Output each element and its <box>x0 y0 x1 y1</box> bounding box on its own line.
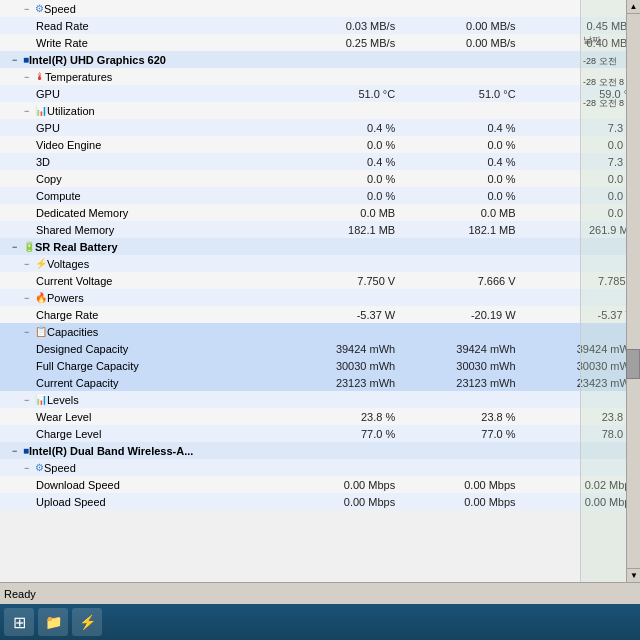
current-value <box>279 51 399 68</box>
min-value: 0.4 % <box>399 153 519 170</box>
table-row[interactable]: Download Speed0.00 Mbps0.00 Mbps0.02 Mbp… <box>0 476 640 493</box>
node-label: Download Speed <box>36 479 120 491</box>
node-label: Speed <box>44 3 76 15</box>
levels-icon: 📊 <box>35 393 47 405</box>
min-value <box>399 68 519 85</box>
expand-icon[interactable]: − <box>24 327 34 337</box>
node-label: Speed <box>44 462 76 474</box>
table-row[interactable]: Full Charge Capacity30030 mWh30030 mWh30… <box>0 357 640 374</box>
table-row[interactable]: Read Rate0.03 MB/s0.00 MB/s0.45 MB/s <box>0 17 640 34</box>
current-value: 182.1 MB <box>279 221 399 238</box>
table-row[interactable]: Current Capacity23123 mWh23123 mWh23423 … <box>0 374 640 391</box>
table-row[interactable]: 3D0.4 %0.4 %7.3 % <box>0 153 640 170</box>
table-row[interactable]: Dedicated Memory0.0 MB0.0 MB0.0 % <box>0 204 640 221</box>
table-row[interactable]: −📊Utilization <box>0 102 640 119</box>
row-label: GPU <box>0 119 279 136</box>
table-row[interactable]: Charge Level77.0 %77.0 %78.0 % <box>0 425 640 442</box>
node-label: Shared Memory <box>36 224 114 236</box>
node-label: Intel(R) Dual Band Wireless-A... <box>29 445 193 457</box>
node-label: Intel(R) UHD Graphics 620 <box>29 54 166 66</box>
table-row[interactable]: Shared Memory182.1 MB182.1 MB261.9 MB <box>0 221 640 238</box>
node-label: Copy <box>36 173 62 185</box>
expand-icon[interactable]: − <box>24 395 34 405</box>
node-label: Levels <box>47 394 79 406</box>
table-row[interactable]: Write Rate0.25 MB/s0.00 MB/s0.40 MB/s <box>0 34 640 51</box>
expand-icon[interactable]: − <box>12 55 22 65</box>
table-row[interactable]: −⚡Voltages <box>0 255 640 272</box>
current-value <box>279 102 399 119</box>
expand-icon[interactable]: − <box>24 72 34 82</box>
table-row[interactable]: Wear Level23.8 %23.8 %23.8 % <box>0 408 640 425</box>
table-row[interactable]: −⚙Speed <box>0 459 640 476</box>
row-label: Current Voltage <box>0 272 279 289</box>
row-label: 3D <box>0 153 279 170</box>
node-label: Compute <box>36 190 81 202</box>
volt-icon: ⚡ <box>35 257 47 269</box>
table-row[interactable]: GPU0.4 %0.4 %7.3 % <box>0 119 640 136</box>
min-value: 39424 mWh <box>399 340 519 357</box>
sensor-table: −⚙SpeedRead Rate0.03 MB/s0.00 MB/s0.45 M… <box>0 0 640 510</box>
node-label: 3D <box>36 156 50 168</box>
node-label: Write Rate <box>36 37 88 49</box>
node-label: Dedicated Memory <box>36 207 128 219</box>
table-row[interactable]: −📊Levels <box>0 391 640 408</box>
min-value: 0.4 % <box>399 119 519 136</box>
current-value <box>279 68 399 85</box>
taskbar-explorer[interactable]: 📁 <box>38 608 68 636</box>
min-value <box>399 51 519 68</box>
table-row[interactable]: −■Intel(R) Dual Band Wireless-A... <box>0 442 640 459</box>
min-value: 0.00 MB/s <box>399 17 519 34</box>
current-value: 30030 mWh <box>279 357 399 374</box>
table-row[interactable]: Designed Capacity39424 mWh39424 mWh39424… <box>0 340 640 357</box>
current-value: -5.37 W <box>279 306 399 323</box>
min-value: 23123 mWh <box>399 374 519 391</box>
table-row[interactable]: GPU51.0 °C51.0 °C59.0 °C <box>0 85 640 102</box>
table-row[interactable]: −📋Capacities <box>0 323 640 340</box>
taskbar: ⊞ 📁 ⚡ <box>0 604 640 640</box>
table-row[interactable]: Charge Rate-5.37 W-20.19 W-5.37 W <box>0 306 640 323</box>
power-icon: 🔥 <box>35 291 47 303</box>
expand-icon[interactable]: − <box>24 259 34 269</box>
taskbar-hwinfo[interactable]: ⚡ <box>72 608 102 636</box>
table-row[interactable]: −■Intel(R) UHD Graphics 620 <box>0 51 640 68</box>
temp-icon: 🌡 <box>35 70 45 82</box>
table-row[interactable]: Upload Speed0.00 Mbps0.00 Mbps0.00 Mbps <box>0 493 640 510</box>
table-row[interactable]: Copy0.0 %0.0 %0.0 % <box>0 170 640 187</box>
table-row[interactable]: −🔋SR Real Battery <box>0 238 640 255</box>
table-row[interactable]: −🔥Powers <box>0 289 640 306</box>
start-button[interactable]: ⊞ <box>4 608 34 636</box>
scrollbar-thumb[interactable] <box>626 349 640 379</box>
min-value: 77.0 % <box>399 425 519 442</box>
vertical-scrollbar[interactable]: ▲ ▼ <box>626 0 640 582</box>
min-value: 0.00 MB/s <box>399 34 519 51</box>
current-value <box>279 442 399 459</box>
min-value: 0.0 % <box>399 170 519 187</box>
current-value <box>279 255 399 272</box>
current-value: 0.0 % <box>279 187 399 204</box>
expand-icon[interactable]: − <box>24 293 34 303</box>
expand-icon[interactable]: − <box>12 242 22 252</box>
min-value <box>399 459 519 476</box>
row-label: Video Engine <box>0 136 279 153</box>
expand-icon[interactable]: − <box>24 106 34 116</box>
row-label: −📋Capacities <box>0 323 279 340</box>
content-area: −⚙SpeedRead Rate0.03 MB/s0.00 MB/s0.45 M… <box>0 0 640 582</box>
expand-icon[interactable]: − <box>12 446 22 456</box>
row-label: Dedicated Memory <box>0 204 279 221</box>
min-value <box>399 255 519 272</box>
row-label: −🔋SR Real Battery <box>0 238 279 255</box>
row-label: GPU <box>0 85 279 102</box>
expand-icon[interactable]: − <box>24 463 34 473</box>
table-row[interactable]: Video Engine0.0 %0.0 %0.0 % <box>0 136 640 153</box>
current-value <box>279 323 399 340</box>
current-value: 0.03 MB/s <box>279 17 399 34</box>
table-row[interactable]: −⚙Speed <box>0 0 640 17</box>
min-value: 0.0 MB <box>399 204 519 221</box>
table-row[interactable]: −🌡Temperatures <box>0 68 640 85</box>
table-row[interactable]: Compute0.0 %0.0 %0.0 % <box>0 187 640 204</box>
table-container[interactable]: −⚙SpeedRead Rate0.03 MB/s0.00 MB/s0.45 M… <box>0 0 640 582</box>
expand-icon[interactable]: − <box>24 4 34 14</box>
table-row[interactable]: Current Voltage7.750 V7.666 V7.785 V <box>0 272 640 289</box>
min-value: 51.0 °C <box>399 85 519 102</box>
node-label: Utilization <box>47 105 95 117</box>
